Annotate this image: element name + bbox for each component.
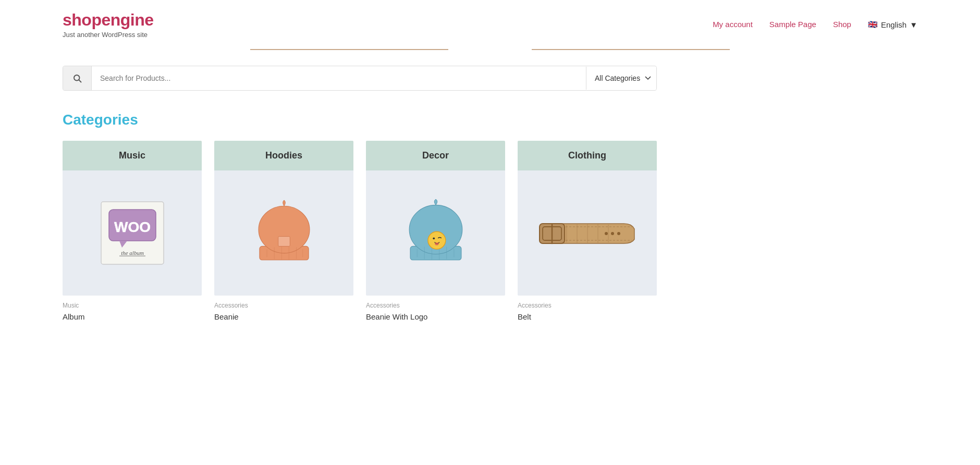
svg-text:WOO: WOO: [114, 219, 151, 235]
main-nav: My account Sample Page Shop 🇬🇧 English ▼: [713, 20, 917, 29]
category-card-hoodies[interactable]: Hoodies: [214, 141, 353, 321]
category-card-decor[interactable]: Decor: [366, 141, 505, 321]
logo-area: shopengine Just another WordPress site: [63, 10, 154, 39]
product-category-music: Music: [63, 296, 202, 311]
category-select[interactable]: All Categories Music Hoodies Decor Cloth…: [586, 67, 656, 90]
divider-right: [532, 49, 730, 50]
category-image-decor: [366, 170, 505, 296]
search-bar: All Categories Music Hoodies Decor Cloth…: [63, 66, 657, 91]
product-name-beanie-logo: Beanie With Logo: [366, 312, 505, 321]
svg-point-37: [611, 232, 614, 235]
nav-item-shop[interactable]: Shop: [833, 20, 851, 29]
product-category-beanie: Accessories: [214, 296, 353, 311]
nav-menu: My account Sample Page Shop 🇬🇧 English ▼: [713, 20, 917, 29]
svg-point-36: [617, 232, 620, 235]
category-image-hoodies: [214, 170, 353, 296]
divider-left: [250, 49, 448, 50]
category-label-clothing: Clothing: [518, 141, 657, 170]
category-image-music: WOO the album: [63, 170, 202, 296]
nav-link-myaccount[interactable]: My account: [713, 20, 753, 29]
product-category-belt: Accessories: [518, 296, 657, 311]
header: shopengine Just another WordPress site M…: [0, 0, 980, 49]
product-category-beanie-logo: Accessories: [366, 296, 505, 311]
product-image-beanie-orange: [242, 191, 326, 275]
svg-point-38: [605, 232, 608, 235]
search-button[interactable]: [63, 66, 92, 90]
search-icon: [72, 74, 82, 83]
categories-title: Categories: [63, 112, 917, 128]
search-section: All Categories Music Hoodies Decor Cloth…: [0, 50, 980, 101]
product-name-belt: Belt: [518, 312, 657, 321]
svg-rect-16: [278, 237, 290, 247]
product-image-album: WOO the album: [91, 191, 174, 275]
nav-item-language[interactable]: 🇬🇧 English ▼: [868, 20, 917, 29]
svg-text:the album: the album: [121, 250, 144, 256]
language-selector[interactable]: 🇬🇧 English ▼: [868, 20, 917, 29]
nav-link-samplepage[interactable]: Sample Page: [769, 20, 816, 29]
category-label-hoodies: Hoodies: [214, 141, 353, 170]
category-image-clothing: [518, 170, 657, 296]
category-label-decor: Decor: [366, 141, 505, 170]
category-card-music[interactable]: Music WOO the album Mus: [63, 141, 202, 321]
svg-point-27: [435, 242, 439, 246]
site-title[interactable]: shopengine: [63, 10, 154, 30]
svg-point-25: [427, 231, 445, 249]
svg-line-1: [79, 80, 81, 82]
product-image-belt: [535, 202, 640, 264]
product-name-beanie: Beanie: [214, 312, 353, 321]
nav-item-myaccount[interactable]: My account: [713, 20, 753, 29]
flag-icon: 🇬🇧: [868, 20, 878, 29]
category-label-music: Music: [63, 141, 202, 170]
nav-link-shop[interactable]: Shop: [833, 20, 851, 29]
nav-item-samplepage[interactable]: Sample Page: [769, 20, 816, 29]
chevron-down-icon: ▼: [910, 20, 917, 29]
search-input[interactable]: [92, 67, 586, 90]
categories-grid: Music WOO the album Mus: [63, 141, 657, 321]
site-tagline: Just another WordPress site: [63, 31, 154, 39]
category-card-clothing[interactable]: Clothing: [518, 141, 657, 321]
product-name-album: Album: [63, 312, 202, 321]
product-image-beanie-blue: [394, 191, 477, 275]
language-label: English: [881, 20, 906, 29]
categories-section: Categories Music WOO the album: [0, 101, 980, 342]
svg-point-26: [433, 237, 435, 239]
